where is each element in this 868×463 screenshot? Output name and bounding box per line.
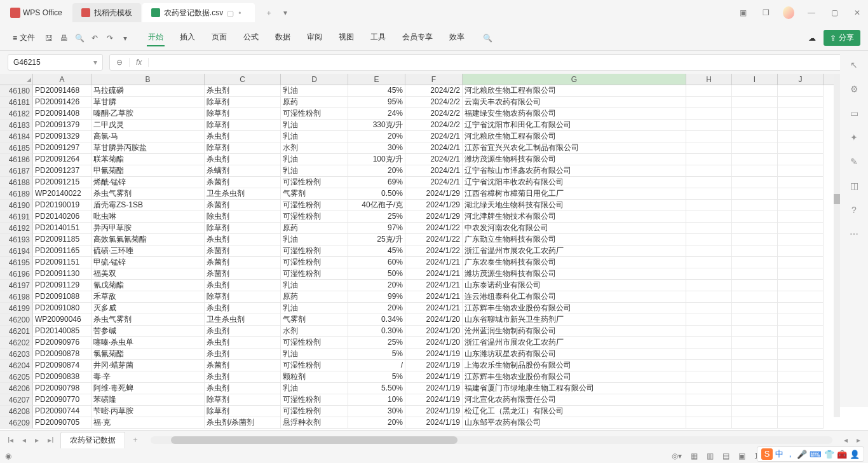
ai-icon[interactable]: ✦: [850, 132, 858, 142]
cell[interactable]: 2024/1/21: [405, 291, 463, 303]
cell[interactable]: PD20091379: [33, 120, 92, 131]
select-all-corner[interactable]: ◢: [0, 74, 33, 85]
add-sheet-icon[interactable]: ＋: [129, 434, 142, 445]
cell[interactable]: [686, 371, 732, 383]
cell[interactable]: [778, 223, 824, 234]
cell[interactable]: [732, 165, 778, 177]
cell[interactable]: [778, 234, 824, 245]
cell[interactable]: PD20090744: [33, 406, 92, 417]
cell[interactable]: 河北津牌生物技术有限公司: [463, 211, 686, 223]
cell[interactable]: [732, 108, 778, 120]
cell[interactable]: 可湿性粉剂: [281, 200, 348, 211]
file-menu-button[interactable]: ≡ 文件: [8, 30, 40, 46]
fx-icon[interactable]: fx: [129, 58, 149, 67]
cell[interactable]: 30%: [348, 406, 405, 417]
cell[interactable]: 乳油: [281, 165, 348, 177]
maximize-icon[interactable]: ▢: [829, 8, 840, 17]
cell[interactable]: 24%: [348, 108, 405, 120]
cell[interactable]: 江西省樟树市樟菊日用化工厂: [463, 188, 686, 200]
cell[interactable]: 浙江省温州市展农化工农药厂: [463, 245, 686, 257]
cell[interactable]: 氯氰菊酯: [92, 349, 205, 360]
cell[interactable]: PD20091468: [33, 85, 92, 97]
cell[interactable]: [732, 417, 778, 429]
cell[interactable]: 10%: [348, 394, 405, 406]
cell[interactable]: 松辽化工（黑龙江）有限公司: [463, 406, 686, 417]
cell[interactable]: PD20090976: [33, 337, 92, 349]
cell[interactable]: 杀菌剂: [205, 257, 281, 268]
ime-lang[interactable]: 中: [775, 448, 783, 460]
cell[interactable]: PD20091130: [33, 268, 92, 280]
cell[interactable]: 2024/2/1: [405, 131, 463, 142]
cell[interactable]: [732, 223, 778, 234]
ime-brand-icon[interactable]: S: [761, 448, 773, 460]
dropdown-icon[interactable]: ▾: [119, 32, 132, 45]
view-page-icon[interactable]: ▥: [707, 452, 714, 460]
row-header[interactable]: 46208: [0, 406, 33, 417]
cell[interactable]: [732, 406, 778, 417]
cell[interactable]: 原药: [281, 223, 348, 234]
cell[interactable]: [686, 108, 732, 120]
cell[interactable]: [732, 291, 778, 303]
sheet-first-icon[interactable]: I◂: [5, 436, 16, 445]
cell[interactable]: 0.30%: [348, 326, 405, 337]
cell[interactable]: 330克/升: [348, 120, 405, 131]
cursor-icon[interactable]: ↖: [850, 60, 858, 70]
cell[interactable]: 25%: [348, 337, 405, 349]
cell[interactable]: [686, 280, 732, 291]
cell[interactable]: [778, 165, 824, 177]
cell[interactable]: 江苏辉丰生物农业股份有限公司: [463, 371, 686, 383]
cell[interactable]: [686, 360, 732, 371]
cell[interactable]: 2024/1/29: [405, 188, 463, 200]
cell[interactable]: 高氯·马: [92, 131, 205, 142]
cell[interactable]: [686, 85, 732, 97]
cell[interactable]: 20%: [348, 417, 405, 429]
cell[interactable]: PD20190019: [33, 200, 92, 211]
cell[interactable]: [778, 268, 824, 280]
cell[interactable]: PD20090770: [33, 394, 92, 406]
sheet-tab[interactable]: 农药登记数据: [60, 432, 125, 448]
cell[interactable]: WP20140022: [33, 188, 92, 200]
cell[interactable]: [732, 234, 778, 245]
cell[interactable]: [686, 326, 732, 337]
cell[interactable]: 2024/1/19: [405, 371, 463, 383]
cell[interactable]: 杀菌剂: [205, 200, 281, 211]
cell[interactable]: 2024/1/29: [405, 200, 463, 211]
cell[interactable]: 原药: [281, 291, 348, 303]
horizontal-scrollbar[interactable]: [151, 436, 832, 444]
cell[interactable]: [732, 371, 778, 383]
col-header-E[interactable]: E: [348, 74, 405, 85]
row-header[interactable]: 46199: [0, 303, 33, 314]
row-header[interactable]: 46190: [0, 200, 33, 211]
cell[interactable]: 山东潍坊双星农药有限公司: [463, 349, 686, 360]
cell[interactable]: PD20091408: [33, 108, 92, 120]
row-header[interactable]: 46209: [0, 417, 33, 429]
menu-efficiency[interactable]: 效率: [448, 29, 466, 46]
cell[interactable]: [778, 417, 824, 429]
cell[interactable]: [686, 131, 732, 142]
cell[interactable]: 乳油: [281, 303, 348, 314]
cell[interactable]: PD20090798: [33, 383, 92, 394]
menu-start[interactable]: 开始: [147, 29, 165, 46]
cell[interactable]: 2024/1/19: [405, 406, 463, 417]
cell[interactable]: 杀菌剂: [205, 177, 281, 188]
sheet-prev-icon[interactable]: ◂: [20, 436, 29, 445]
cell-reference-box[interactable]: G46215 ▾: [8, 54, 103, 71]
cell[interactable]: [778, 245, 824, 257]
cell[interactable]: 河北粮欣生物工程有限公司: [463, 131, 686, 142]
cell[interactable]: 2024/1/29: [405, 211, 463, 223]
cell[interactable]: 吡虫啉: [92, 211, 205, 223]
view-normal-icon[interactable]: ▦: [691, 452, 698, 460]
cell[interactable]: [778, 291, 824, 303]
cell[interactable]: [732, 303, 778, 314]
user-avatar[interactable]: [783, 6, 794, 19]
cell[interactable]: [732, 245, 778, 257]
cell[interactable]: PD20091151: [33, 257, 92, 268]
cell[interactable]: PD20091129: [33, 280, 92, 291]
cell[interactable]: 气雾剂: [281, 314, 348, 326]
cell[interactable]: [732, 177, 778, 188]
cell[interactable]: PD20091237: [33, 165, 92, 177]
cell[interactable]: 潍坊茂源生物科技有限公司: [463, 154, 686, 165]
cell[interactable]: 2024/1/20: [405, 314, 463, 326]
cell[interactable]: 杀虫剂: [205, 154, 281, 165]
cell[interactable]: 福建绿安生物农药有限公司: [463, 108, 686, 120]
